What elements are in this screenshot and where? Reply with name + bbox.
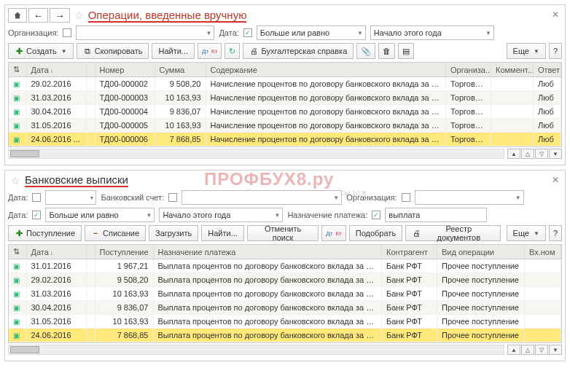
table-row[interactable]: ▣31.05.201610 163,93Выплата процентов по… (9, 315, 561, 329)
col-op-type[interactable]: Вид операции (437, 245, 525, 259)
dt-kt-button[interactable]: ДтКт (198, 43, 222, 59)
col-icon[interactable]: ⇅ (9, 245, 26, 259)
back-button[interactable]: ← (28, 8, 48, 23)
delete-button[interactable]: 🗑 (378, 43, 395, 59)
load-button[interactable]: Загрузить (149, 225, 198, 241)
date-combo[interactable]: ▾ (45, 190, 96, 205)
scroll-top-button[interactable]: ▲ (507, 345, 520, 355)
col-desc[interactable]: Содержание (206, 63, 446, 77)
date-label: Дата: (219, 28, 238, 37)
col-innum[interactable]: Вх.ном (525, 245, 561, 259)
forward-button[interactable]: → (50, 8, 69, 23)
table-row[interactable]: ▣29.02.20169 508,20Выплата процентов по … (9, 273, 561, 287)
income-button[interactable]: ✚Поступление (8, 225, 82, 241)
bank-combo[interactable]: ▼ (181, 190, 342, 205)
select-button[interactable]: Подобрать (349, 225, 402, 241)
col-sum[interactable]: Сумма (155, 63, 206, 77)
table-row[interactable]: ▣30.04.2016ТД00-0000049 836,07Начисление… (9, 105, 561, 119)
doc-icon: ▣ (13, 262, 20, 270)
org-combo[interactable]: ▼ (415, 190, 524, 205)
copy-button[interactable]: ⧉Скопировать (77, 43, 149, 59)
date-op-combo[interactable]: Больше или равно▼ (45, 208, 155, 222)
table-row[interactable]: ▣30.04.20169 836,07Выплата процентов по … (9, 301, 561, 315)
print-icon: 🖨 (249, 47, 258, 55)
panel-title: Банковские выписки (25, 173, 128, 186)
props-button[interactable]: ▤ (398, 43, 414, 59)
col-date[interactable]: Дата↓ (26, 63, 86, 77)
help-button[interactable]: ? (549, 225, 562, 241)
doc-icon: ▣ (13, 80, 20, 88)
purpose-combo[interactable]: выплата (385, 208, 487, 222)
doc-icon: ▣ (13, 122, 20, 130)
date-val-combo[interactable]: Начало этого года▼ (370, 26, 494, 40)
col-agent[interactable]: Контрагент (382, 245, 437, 259)
print-icon: 🖨 (412, 229, 421, 238)
plus-icon: ✚ (15, 47, 23, 55)
table-row[interactable]: ▣31.01.20161 967,21Выплата процентов по … (9, 259, 561, 273)
scroll-bottom-button[interactable]: ▼ (549, 345, 562, 355)
refresh-button[interactable]: ↻ (225, 43, 240, 59)
col-income[interactable]: Поступление (95, 245, 153, 259)
help-button[interactable]: ? (549, 43, 562, 59)
registry-button[interactable]: 🖨Реестр документов (405, 225, 500, 241)
h-scrollbar[interactable] (8, 345, 504, 355)
h-scrollbar[interactable] (8, 149, 504, 159)
more-button[interactable]: Еще▼ (507, 43, 546, 59)
date-val-combo[interactable]: Начало этого года▼ (159, 208, 283, 222)
doc-icon: ▣ (13, 332, 20, 340)
expense-button[interactable]: −Списание (85, 225, 146, 241)
scroll-up-button[interactable]: △ (521, 149, 534, 159)
favorite-icon[interactable]: ☆ (74, 9, 84, 21)
date-op-combo[interactable]: Больше или равно▼ (257, 26, 366, 40)
minus-icon: − (91, 229, 100, 238)
table-row[interactable]: ▣24.06.20167 868,85Выплата процентов по … (9, 329, 561, 342)
cancel-find-button[interactable]: Отменить поиск (247, 225, 319, 241)
col-icon[interactable]: ⇅ (9, 63, 26, 77)
scroll-bottom-button[interactable]: ▼ (549, 149, 562, 159)
scroll-up-button[interactable]: △ (521, 345, 534, 355)
table-row[interactable]: ▣31.03.2016ТД00-00000310 163,93Начислени… (9, 91, 561, 105)
org-checkbox[interactable] (63, 28, 71, 37)
doc-icon: ▣ (13, 276, 20, 284)
plus-icon: ✚ (15, 229, 23, 238)
more-button[interactable]: Еще▼ (507, 225, 546, 241)
operations-table[interactable]: ⇅ Дата↓ Номер Сумма Содержание Организа.… (8, 62, 562, 147)
col-resp[interactable]: Ответ (534, 63, 561, 77)
attach-button[interactable]: 📎 (356, 43, 375, 59)
scroll-top-button[interactable]: ▲ (507, 149, 520, 159)
col-number[interactable]: Номер (95, 63, 155, 77)
find-button[interactable]: Найти... (201, 225, 244, 241)
date2-checkbox[interactable] (32, 211, 41, 219)
col-purpose[interactable]: Назначение платежа (153, 245, 382, 259)
purpose-checkbox[interactable] (372, 211, 380, 219)
acc-ref-button[interactable]: 🖨Бухгалтерская справка (243, 43, 354, 59)
close-icon[interactable]: ✕ (552, 9, 559, 20)
date-checkbox[interactable] (32, 193, 41, 202)
org-label: Организация: (8, 28, 58, 37)
close-icon[interactable]: ✕ (552, 175, 559, 185)
org-combo[interactable]: ▼ (76, 26, 214, 40)
table-row[interactable]: ▣24.06.2016 ...ТД00-0000067 868,85Начисл… (9, 133, 561, 146)
date-checkbox[interactable] (243, 28, 252, 37)
find-button[interactable]: Найти... (152, 43, 195, 59)
favorite-icon[interactable]: ☆ (11, 175, 20, 187)
doc-icon: ▣ (13, 318, 20, 326)
doc-icon: ▣ (13, 94, 20, 102)
bank-checkbox[interactable] (168, 193, 177, 202)
scroll-down-button[interactable]: ▽ (535, 345, 548, 355)
scroll-down-button[interactable]: ▽ (535, 149, 548, 159)
statements-table[interactable]: ⇅ Дата↓ Поступление Назначение платежа К… (8, 244, 562, 343)
home-button[interactable] (8, 8, 27, 23)
table-row[interactable]: ▣31.05.2016ТД00-00000510 163,93Начислени… (9, 119, 561, 133)
panel-title: Операции, введенные вручную (88, 9, 247, 22)
dt-kt-button[interactable]: ДтКт (321, 225, 345, 241)
date-label: Дата: (8, 193, 28, 202)
copy-icon: ⧉ (83, 47, 92, 55)
table-row[interactable]: ▣31.03.201610 163,93Выплата процентов по… (9, 287, 561, 301)
col-date[interactable]: Дата↓ (26, 245, 86, 259)
table-row[interactable]: ▣29.02.2016ТД00-0000029 508,20Начисление… (9, 77, 561, 91)
col-comment[interactable]: Коммент... (491, 63, 534, 77)
col-org[interactable]: Организа... (446, 63, 491, 77)
create-button[interactable]: ✚Создать▼ (8, 43, 74, 59)
org-checkbox[interactable] (402, 193, 410, 202)
